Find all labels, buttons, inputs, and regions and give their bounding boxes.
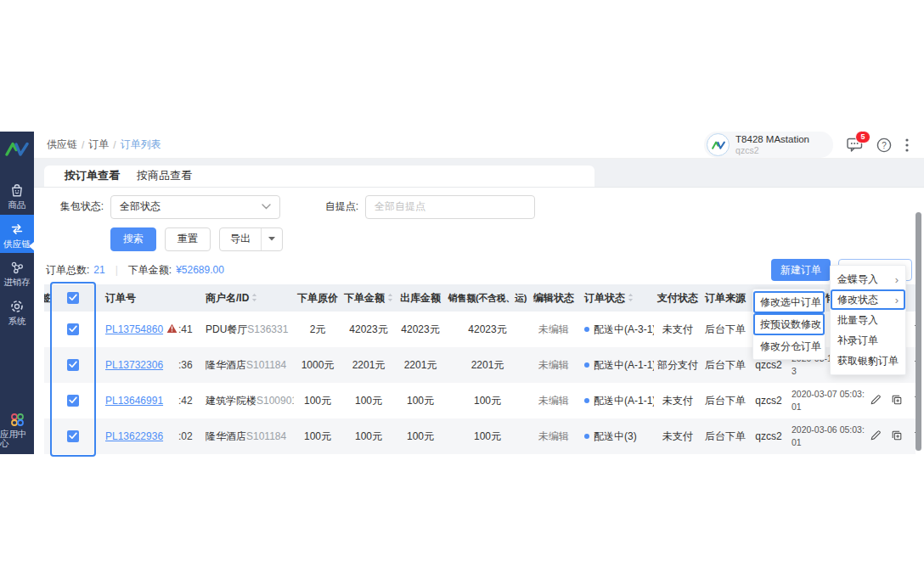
messages-button[interactable]: 5: [847, 138, 863, 152]
sort-icon[interactable]: [251, 293, 257, 305]
check-icon: [69, 432, 77, 440]
column-header: 编辑状态: [530, 284, 578, 312]
check-icon: [69, 325, 77, 333]
package-status-select[interactable]: 全部状态: [110, 195, 280, 219]
app-logo: [5, 137, 29, 160]
export-dropdown-button[interactable]: [261, 228, 282, 250]
sidebar-item-supply-chain[interactable]: 供应链: [0, 215, 34, 254]
sidebar-item-inventory[interactable]: 进销存: [0, 253, 34, 292]
row-checkbox[interactable]: [67, 323, 79, 335]
sort-icon[interactable]: [628, 293, 634, 305]
edit-icon[interactable]: [870, 430, 882, 444]
submenu-item[interactable]: 修改分仓订单: [753, 335, 825, 357]
pay-status: 未支付: [654, 418, 701, 454]
merchant-id: S136331: [247, 323, 288, 335]
column-header[interactable]: 商户名/ID: [204, 284, 294, 312]
merchant-name: PDU餐厅: [206, 323, 247, 335]
order-link[interactable]: PL13732306: [105, 359, 163, 371]
row-checkbox[interactable]: [67, 430, 79, 442]
table-row: PL13646991 :42 建筑学院楼S100901 100元 100元 10…: [44, 383, 916, 418]
sort-icon[interactable]: [387, 293, 393, 305]
order-amount-label: 下单金额:: [128, 263, 172, 278]
column-header: 订单号: [93, 284, 204, 312]
edit-icon[interactable]: [870, 394, 882, 408]
outbound-amount: 100元: [396, 383, 445, 418]
reset-button[interactable]: 重置: [165, 227, 211, 251]
caret-down-icon: [268, 237, 275, 241]
topbar: 供应链 / 订单 / 订单列表: [34, 132, 924, 159]
sidebar-item-goods[interactable]: 商品: [0, 176, 34, 215]
time-clip: :02: [178, 418, 204, 454]
package-status-value: 全部状态: [120, 199, 161, 214]
new-order-button[interactable]: 新建订单: [771, 259, 831, 281]
spacer: [34, 159, 924, 166]
shopping-bag-icon: [8, 182, 25, 199]
breadcrumb-separator: /: [82, 139, 84, 151]
row-checkbox[interactable]: [67, 359, 79, 371]
original-price: 1000元: [294, 347, 341, 383]
sidebar-item-app-center[interactable]: 应用中心: [0, 406, 34, 454]
sidebar: 商品 供应链 进销存: [0, 132, 34, 454]
order-amount: 2201元: [341, 347, 396, 383]
order-link[interactable]: PL13646991: [105, 395, 163, 407]
gear-icon: [8, 298, 25, 315]
select-all-header: [53, 284, 93, 312]
order-source: 后台下单: [701, 383, 749, 418]
filter-row: 集包状态: 全部状态 自提点: 全部自提点: [44, 194, 924, 220]
export-button-group: 导出: [219, 227, 283, 251]
pickup-point-label: 自提点:: [319, 199, 358, 214]
check-icon: [69, 294, 77, 301]
pickup-point-input[interactable]: 全部自提点: [365, 195, 535, 219]
more-options-button[interactable]: [905, 138, 909, 152]
user-menu[interactable]: T8428 MAstation qzcs2: [704, 132, 833, 158]
submenu-item[interactable]: 修改选中订单: [753, 291, 825, 313]
filter-actions: 搜索 重置 导出: [110, 227, 924, 251]
menu-item[interactable]: 补录订单: [831, 330, 905, 351]
menu-item[interactable]: 批量导入: [831, 310, 905, 330]
breadcrumb-item[interactable]: 供应链: [47, 138, 77, 152]
warning-icon: [166, 323, 177, 336]
breadcrumb-separator: /: [113, 139, 116, 151]
app-center-clover-icon: [9, 412, 25, 428]
submenu-item[interactable]: 按预设数修改: [753, 313, 825, 335]
user-name: T8428 MAstation: [735, 134, 809, 146]
search-button[interactable]: 搜索: [110, 227, 156, 251]
tab-view-by-order[interactable]: 按订单查看: [65, 168, 120, 183]
original-price: 100元: [294, 418, 341, 454]
original-price: 100元: [294, 383, 341, 418]
order-link[interactable]: PL13622936: [105, 430, 163, 442]
breadcrumb: 供应链 / 订单 / 订单列表: [47, 138, 161, 152]
order-source: 后台下单: [701, 347, 749, 383]
merchant-id: S101184: [246, 430, 286, 442]
export-button[interactable]: 导出: [220, 228, 261, 250]
supply-chain-arrows-icon: [8, 221, 25, 238]
order-amount: 100元: [341, 383, 396, 418]
merchant-id: S100901: [256, 395, 294, 407]
menu-item[interactable]: 获取银豹订单: [831, 351, 905, 371]
pay-status: 未支付: [654, 312, 701, 347]
tab-view-by-product[interactable]: 按商品查看: [137, 168, 192, 183]
vertical-scrollbar[interactable]: [916, 212, 921, 451]
sidebar-item-system[interactable]: 系统: [0, 292, 34, 331]
chevron-down-icon: [262, 204, 271, 210]
outbound-amount: 2201元: [396, 347, 445, 383]
menu-item[interactable]: 金蝶导入›: [831, 269, 905, 289]
order-amount: 100元: [341, 418, 396, 454]
share-nodes-icon: [8, 259, 25, 276]
order-source: 后台下单: [701, 312, 749, 347]
copy-icon[interactable]: [891, 430, 903, 444]
column-header[interactable]: 下单金额: [341, 284, 396, 312]
copy-icon[interactable]: [891, 394, 903, 408]
row-checkbox[interactable]: [67, 395, 79, 407]
order-link[interactable]: PL13754860: [105, 323, 163, 335]
help-button[interactable]: ?: [876, 138, 892, 153]
select-all-checkbox[interactable]: [67, 292, 79, 304]
menu-item[interactable]: 修改状态›: [831, 289, 905, 310]
notification-badge: 5: [855, 131, 870, 143]
breadcrumb-item[interactable]: 订单: [88, 138, 109, 152]
edit-status: 未编辑: [530, 347, 578, 383]
submenu-arrow-icon: ›: [895, 273, 899, 286]
column-header[interactable]: 订单状态: [578, 284, 654, 312]
last-op-time: 2020-03-07 05:03: 01: [788, 383, 866, 418]
tabs-card: 按订单查看 按商品查看: [44, 166, 594, 187]
